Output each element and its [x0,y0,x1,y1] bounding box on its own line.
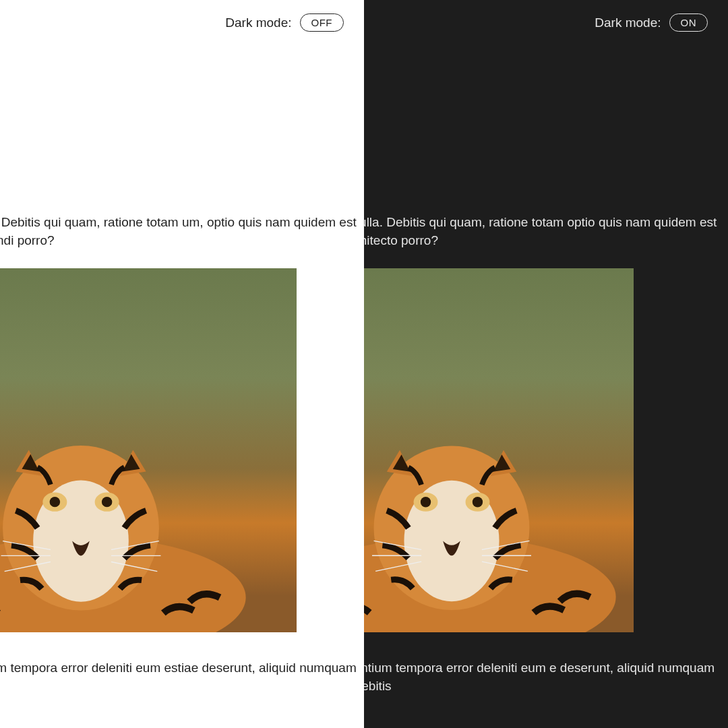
tiger-illustration [0,406,286,632]
tiger-image [364,268,634,632]
tiger-illustration [364,406,625,632]
image-caption: enetur, laudantium. [364,173,728,185]
paragraph-2: pisicing elit. Praesentium tempora error… [0,659,364,695]
light-mode-pane: Dark mode: OFF elit. Tenetur, laudantium… [0,0,364,728]
dark-mode-pane: Dark mode: ON enetur, laudantium. cing e… [364,0,728,728]
paragraph-1: cing elit. Eius, nulla. Debitis qui quam… [364,214,728,249]
svg-point-6 [102,497,112,507]
paragraph-2: cing elit. Praesentium tempora error del… [364,659,728,695]
dark-content: enetur, laudantium. cing elit. Eius, nul… [364,173,728,695]
paragraph-1: pisicing elit. Eius, nulla. Debitis qui … [0,214,364,249]
svg-point-19 [473,497,483,507]
tiger-image [0,268,297,632]
svg-point-5 [50,497,60,507]
light-content: elit. Tenetur, laudantium. pisicing elit… [0,173,364,695]
dark-mode-toggle[interactable]: OFF [300,13,344,32]
dark-mode-label: Dark mode: [225,16,291,30]
dark-header: Dark mode: ON [364,0,728,32]
dark-mode-label: Dark mode: [595,16,661,30]
light-header: Dark mode: OFF [0,0,364,32]
image-caption: elit. Tenetur, laudantium. [0,173,364,185]
svg-point-18 [421,497,431,507]
dark-mode-toggle[interactable]: ON [669,13,708,32]
